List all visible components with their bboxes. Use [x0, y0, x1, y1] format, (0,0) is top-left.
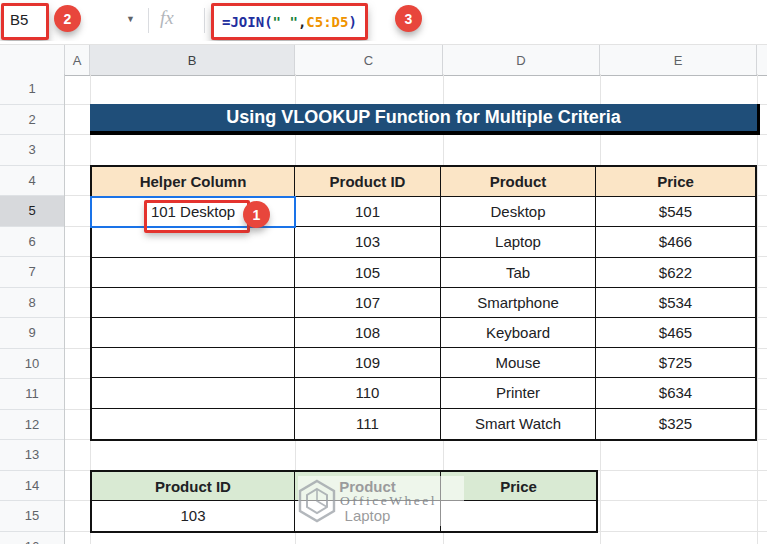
formula-input[interactable]: =JOIN(" ",C5:D5): [211, 3, 368, 40]
cell-E12[interactable]: $325: [596, 409, 755, 439]
row-header-2[interactable]: 2: [0, 105, 64, 136]
cell-B14[interactable]: Product ID: [92, 472, 295, 501]
divider: [204, 8, 205, 33]
row-header-1[interactable]: 1: [0, 74, 64, 105]
cell-B8[interactable]: [92, 288, 295, 318]
column-header-e[interactable]: E: [600, 45, 757, 75]
formula-close-paren: ): [348, 14, 356, 30]
cell-E4[interactable]: Price: [596, 167, 755, 197]
column-header-f-partial: [757, 45, 767, 75]
cell-B9[interactable]: [92, 318, 295, 348]
row-header-9[interactable]: 9: [0, 318, 64, 349]
cell-D11[interactable]: Printer: [441, 378, 596, 408]
cell-B7[interactable]: [92, 258, 295, 288]
cell-D12[interactable]: Smart Watch: [441, 409, 596, 439]
cell-B12[interactable]: [92, 409, 295, 439]
column-header-a[interactable]: A: [65, 45, 90, 75]
row-header-13[interactable]: 13: [0, 440, 64, 471]
lookup-table: Product ID Product Price 103 Laptop: [90, 470, 598, 533]
cell-B15[interactable]: 103: [92, 501, 295, 530]
spreadsheet-app: B5 2 ▼ fx =JOIN(" ",C5:D5) 3 A B C D E 1…: [0, 0, 767, 544]
formula-bar: B5 2 ▼ fx =JOIN(" ",C5:D5) 3: [0, 0, 767, 42]
row-header-7[interactable]: 7: [0, 257, 64, 288]
cell-D9[interactable]: Keyboard: [441, 318, 596, 348]
cell-C8[interactable]: 107: [295, 288, 441, 318]
cell-E6[interactable]: $466: [596, 227, 755, 257]
annotation-step-1-badge: 1: [243, 201, 270, 228]
cell-C14[interactable]: Product: [295, 472, 441, 501]
cell-D6[interactable]: Laptop: [441, 227, 596, 257]
annotation-rect-namebox: [1, 3, 49, 40]
fx-icon: fx: [160, 7, 174, 29]
row-header-12[interactable]: 12: [0, 410, 64, 441]
cell-C12[interactable]: 111: [295, 409, 441, 439]
divider: [148, 8, 149, 33]
cell-C7[interactable]: 105: [295, 258, 441, 288]
select-all-corner[interactable]: [0, 45, 65, 75]
cell-B4[interactable]: Helper Column: [92, 167, 295, 197]
row-header-column: 1 2 3 4 5 6 7 8 9 10 11 12 13 14 15 16: [0, 74, 65, 544]
row-header-11[interactable]: 11: [0, 379, 64, 410]
cell-E5[interactable]: $545: [596, 197, 755, 227]
formula-range-arg: C5:D5: [306, 14, 348, 30]
gridline-e-f: [757, 74, 758, 544]
column-header-c[interactable]: C: [295, 45, 443, 75]
annotation-rect-cell: [144, 200, 250, 233]
row-header-6[interactable]: 6: [0, 227, 64, 258]
namebox-dropdown-icon[interactable]: ▼: [126, 14, 135, 24]
cell-E8[interactable]: $534: [596, 288, 755, 318]
row-header-3[interactable]: 3: [0, 135, 64, 166]
cell-E7[interactable]: $622: [596, 258, 755, 288]
row-header-10[interactable]: 10: [0, 349, 64, 380]
row-header-4[interactable]: 4: [0, 166, 64, 197]
annotation-step-3-badge: 3: [395, 5, 422, 32]
cell-C9[interactable]: 108: [295, 318, 441, 348]
column-header-row: A B C D E: [0, 44, 767, 76]
column-header-b[interactable]: B: [90, 45, 295, 75]
cell-E11[interactable]: $634: [596, 378, 755, 408]
cell-C11[interactable]: 110: [295, 378, 441, 408]
row-header-8[interactable]: 8: [0, 288, 64, 319]
cell-E9[interactable]: $465: [596, 318, 755, 348]
cell-E10[interactable]: $725: [596, 348, 755, 378]
cell-C10[interactable]: 109: [295, 348, 441, 378]
column-header-d[interactable]: D: [443, 45, 600, 75]
formula-string-arg: " ": [273, 14, 298, 30]
sheet-grid: A B C D E 1 2 3 4 5 6 7 8 9 10 11 12 13 …: [0, 41, 767, 544]
formula-function-text: =JOIN(: [222, 14, 273, 30]
cell-D4[interactable]: Product: [441, 167, 596, 197]
row-header-5[interactable]: 5: [0, 196, 64, 227]
cell-C15[interactable]: Laptop: [295, 501, 441, 530]
row-header-15[interactable]: 15: [0, 501, 64, 532]
cell-D5[interactable]: Desktop: [441, 197, 596, 227]
cell-C5[interactable]: 101: [295, 197, 441, 227]
cell-B11[interactable]: [92, 378, 295, 408]
cell-D10[interactable]: Mouse: [441, 348, 596, 378]
cell-D7[interactable]: Tab: [441, 258, 596, 288]
cell-D8[interactable]: Smartphone: [441, 288, 596, 318]
row-header-14[interactable]: 14: [0, 471, 64, 502]
cell-D14[interactable]: Price: [441, 472, 596, 501]
cell-D15[interactable]: [441, 501, 596, 530]
annotation-step-2-badge: 2: [54, 5, 81, 32]
cell-C6[interactable]: 103: [295, 227, 441, 257]
cell-B10[interactable]: [92, 348, 295, 378]
row-header-16[interactable]: 16: [0, 532, 64, 544]
cell-C4[interactable]: Product ID: [295, 167, 441, 197]
title-cell[interactable]: Using VLOOKUP Function for Multiple Crit…: [90, 104, 760, 135]
